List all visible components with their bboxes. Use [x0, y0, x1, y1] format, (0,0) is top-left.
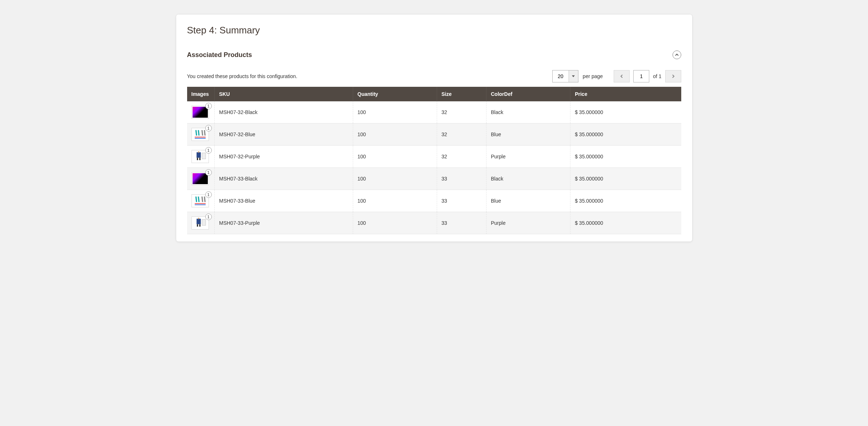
image-count-badge: 1	[205, 169, 212, 176]
cell-price: $ 35.000000	[570, 101, 681, 123]
svg-rect-6	[197, 158, 198, 160]
cell-quantity: 100	[353, 101, 437, 123]
chevron-up-icon	[675, 53, 679, 57]
table-row[interactable]: 1MSH07-32-Blue10032Blue$ 35.000000	[187, 123, 681, 146]
image-count-badge: 1	[205, 125, 212, 131]
thumbnail[interactable]: 1	[191, 150, 209, 163]
svg-rect-13	[197, 219, 201, 224]
svg-rect-16	[199, 224, 200, 227]
col-header-price[interactable]: Price	[570, 87, 681, 101]
cell-size: 32	[437, 146, 486, 168]
cell-colordef: Purple	[486, 212, 570, 234]
col-header-sku[interactable]: SKU	[215, 87, 353, 101]
table-row[interactable]: 1MSH07-33-Black10033Black$ 35.000000	[187, 168, 681, 190]
cell-size: 33	[437, 168, 486, 190]
per-page-dropdown-toggle[interactable]	[569, 70, 578, 82]
col-header-size[interactable]: Size	[437, 87, 486, 101]
cell-sku: MSH07-32-Purple	[215, 146, 353, 168]
col-header-images[interactable]: Images	[187, 87, 215, 101]
thumbnail[interactable]: 1	[191, 128, 209, 141]
cell-quantity: 100	[353, 123, 437, 146]
cell-price: $ 35.000000	[570, 123, 681, 146]
cell-quantity: 100	[353, 190, 437, 212]
svg-rect-8	[202, 153, 206, 159]
toolbar-right: per page of 1	[552, 70, 681, 82]
cell-size: 33	[437, 190, 486, 212]
thumbnail[interactable]: 1	[191, 106, 209, 119]
section-title: Associated Products	[187, 51, 252, 59]
cell-quantity: 100	[353, 168, 437, 190]
cell-image: 1	[187, 190, 215, 212]
per-page-input[interactable]	[553, 70, 569, 82]
cell-quantity: 100	[353, 212, 437, 234]
image-count-badge: 1	[205, 191, 212, 198]
current-page-input[interactable]	[633, 70, 649, 82]
cell-image: 1	[187, 146, 215, 168]
thumbnail[interactable]: 1	[191, 194, 209, 207]
thumbnail[interactable]: 1	[191, 172, 209, 185]
cell-size: 32	[437, 123, 486, 146]
cell-sku: MSH07-32-Blue	[215, 123, 353, 146]
table-row[interactable]: 1MSH07-32-Black10032Black$ 35.000000	[187, 101, 681, 123]
prev-page-button[interactable]	[614, 70, 630, 82]
caret-down-icon	[572, 75, 575, 78]
cell-quantity: 100	[353, 146, 437, 168]
cell-colordef: Blue	[486, 123, 570, 146]
table-row[interactable]: 1MSH07-33-Blue10033Blue$ 35.000000	[187, 190, 681, 212]
per-page-input-group	[552, 70, 578, 82]
thumbnail[interactable]: 1	[191, 216, 209, 230]
cell-price: $ 35.000000	[570, 212, 681, 234]
cell-sku: MSH07-33-Blue	[215, 190, 353, 212]
svg-rect-10	[195, 203, 206, 204]
svg-point-14	[198, 218, 199, 219]
cell-image: 1	[187, 212, 215, 234]
svg-rect-17	[202, 219, 206, 226]
cell-colordef: Blue	[486, 190, 570, 212]
per-page-label: per page	[583, 73, 603, 79]
chevron-right-icon	[671, 74, 675, 78]
cell-price: $ 35.000000	[570, 168, 681, 190]
chevron-left-icon	[620, 74, 623, 78]
cell-price: $ 35.000000	[570, 146, 681, 168]
col-header-quantity[interactable]: Quantity	[353, 87, 437, 101]
svg-rect-15	[197, 224, 198, 227]
svg-rect-4	[197, 152, 201, 158]
cell-sku: MSH07-33-Black	[215, 168, 353, 190]
per-page-control: per page	[552, 70, 610, 82]
products-table: Images SKU Quantity Size ColorDef Price …	[187, 87, 681, 234]
svg-rect-7	[199, 158, 200, 160]
summary-card: Step 4: Summary Associated Products You …	[176, 15, 692, 242]
section-header: Associated Products	[187, 50, 681, 59]
cell-sku: MSH07-32-Black	[215, 101, 353, 123]
col-header-colordef[interactable]: ColorDef	[486, 87, 570, 101]
step-title: Step 4: Summary	[187, 25, 681, 36]
cell-sku: MSH07-33-Purple	[215, 212, 353, 234]
cell-image: 1	[187, 168, 215, 190]
cell-colordef: Black	[486, 101, 570, 123]
next-page-button[interactable]	[665, 70, 681, 82]
cell-colordef: Purple	[486, 146, 570, 168]
svg-rect-11	[195, 204, 206, 205]
cell-colordef: Black	[486, 168, 570, 190]
cell-size: 32	[437, 101, 486, 123]
description-text: You created these products for this conf…	[187, 73, 298, 79]
cell-size: 33	[437, 212, 486, 234]
image-count-badge: 1	[205, 214, 212, 220]
table-row[interactable]: 1MSH07-33-Purple10033Purple$ 35.000000	[187, 212, 681, 234]
cell-image: 1	[187, 123, 215, 146]
svg-point-5	[198, 151, 199, 153]
collapse-button[interactable]	[673, 50, 681, 59]
page-total-label: of 1	[653, 73, 661, 79]
image-count-badge: 1	[205, 147, 212, 154]
svg-rect-2	[195, 138, 206, 139]
svg-rect-1	[195, 137, 206, 138]
image-count-badge: 1	[205, 103, 212, 109]
cell-price: $ 35.000000	[570, 190, 681, 212]
toolbar: You created these products for this conf…	[187, 70, 681, 82]
cell-image: 1	[187, 101, 215, 123]
table-row[interactable]: 1MSH07-32-Purple10032Purple$ 35.000000	[187, 146, 681, 168]
